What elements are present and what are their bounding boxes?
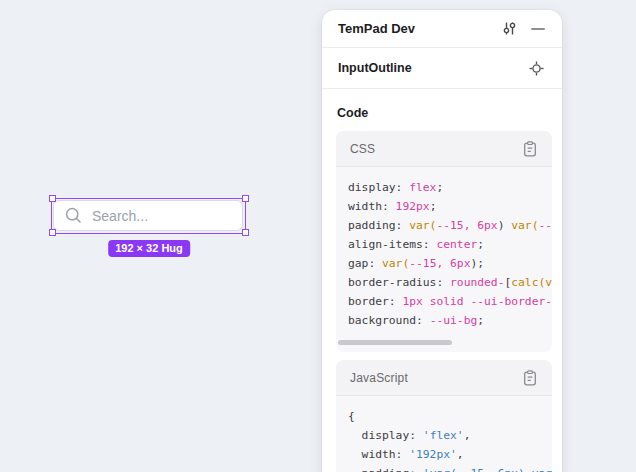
search-placeholder-text: Search... <box>92 208 148 224</box>
copy-javascript-button[interactable] <box>522 370 538 386</box>
code-line: align-items: center; <box>348 235 552 254</box>
code-section-title: Code <box>337 106 552 120</box>
code-line: padding: 'var(--15, 6px) var(--15, 6px)'… <box>348 464 552 472</box>
selection-handle-bottom-left[interactable] <box>49 229 56 236</box>
javascript-code-block: JavaScript { display: 'flex', width: '19… <box>336 360 552 472</box>
clipboard-icon <box>523 141 537 157</box>
minimize-icon <box>531 22 545 36</box>
search-input-component[interactable]: Search... <box>53 200 243 231</box>
css-code-header: CSS <box>336 131 552 167</box>
clipboard-icon <box>523 370 537 386</box>
css-code-block: CSS display: flex;width: 192px;padding: … <box>336 131 552 352</box>
javascript-code-label: JavaScript <box>350 371 522 385</box>
code-line: width: 192px; <box>348 197 552 216</box>
css-code-label: CSS <box>350 142 522 156</box>
copy-css-button[interactable] <box>522 141 538 157</box>
selected-node-row: InputOutline <box>322 48 562 89</box>
plugin-panel-body: Code CSS display: flex;width: 192px;padd… <box>322 89 562 472</box>
javascript-code-lines[interactable]: { display: 'flex', width: '192px', paddi… <box>336 396 552 472</box>
javascript-code-header: JavaScript <box>336 360 552 396</box>
minimize-button[interactable] <box>530 21 546 37</box>
plugin-panel-header[interactable]: TemPad Dev <box>322 10 562 48</box>
css-code-lines[interactable]: display: flex;width: 192px;padding: var(… <box>336 167 552 352</box>
code-line: { <box>348 407 552 426</box>
settings-sliders-button[interactable] <box>501 21 517 37</box>
tempad-dev-plugin-panel: TemPad Dev InputOutline <box>322 10 562 472</box>
locate-node-button[interactable] <box>528 60 544 76</box>
code-line: border-radius: rounded-[calc(var(--15, 6… <box>348 273 552 292</box>
selection-handle-bottom-right[interactable] <box>242 229 249 236</box>
code-line: display: flex; <box>348 178 552 197</box>
sliders-icon <box>502 21 517 36</box>
code-line: background: --ui-bg; <box>348 311 552 330</box>
code-line: padding: var(--15, 6px) var(--15, 6px); <box>348 216 552 235</box>
code-line: display: 'flex', <box>348 426 552 445</box>
crosshair-icon <box>529 61 544 76</box>
selected-node-name: InputOutline <box>338 61 528 75</box>
code-line: border: 1px solid --ui-border-color; <box>348 292 552 311</box>
size-badge: 192 × 32 Hug <box>108 240 190 257</box>
horizontal-scrollbar[interactable] <box>338 340 452 345</box>
plugin-title: TemPad Dev <box>338 21 501 36</box>
code-line: gap: var(--15, 6px); <box>348 254 552 273</box>
selection-handle-top-left[interactable] <box>49 195 56 202</box>
search-icon <box>64 206 83 225</box>
selection-handle-top-right[interactable] <box>242 195 249 202</box>
code-line: width: '192px', <box>348 445 552 464</box>
